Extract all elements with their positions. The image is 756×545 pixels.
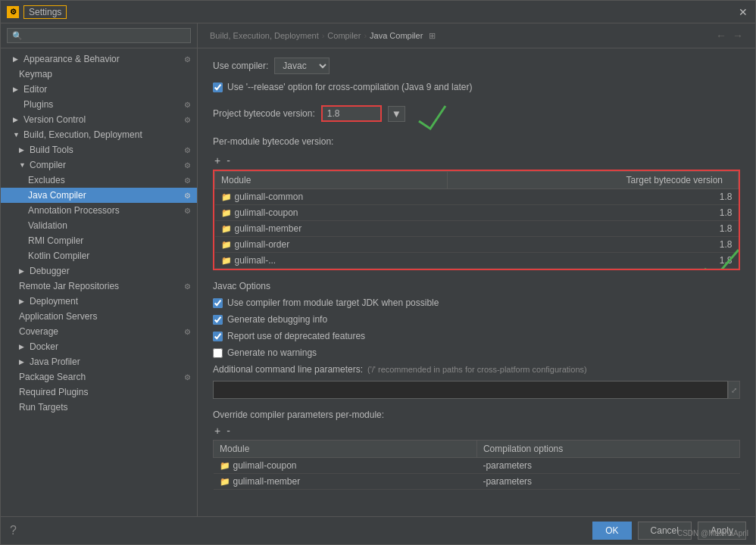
override-row: 📁gulimall-coupon -parameters: [214, 458, 740, 474]
sidebar-label: Kotlin Compiler: [28, 251, 89, 261]
config-icon: ⚙: [184, 55, 191, 64]
bytecode-version-dropdown[interactable]: ▼: [388, 106, 405, 122]
add-module-btn[interactable]: +: [213, 154, 222, 167]
sidebar-item-editor[interactable]: ▶ Editor: [1, 82, 197, 97]
sidebar-label: Java Profiler: [30, 357, 80, 367]
bottom-bar: ? OK Cancel Apply: [1, 516, 755, 544]
additional-params-label: Additional command line parameters:: [213, 364, 364, 375]
cross-compile-checkbox[interactable]: [213, 83, 223, 92]
remove-module-btn[interactable]: -: [225, 154, 232, 167]
nav-back[interactable]: ←: [716, 30, 726, 42]
sidebar-item-java-compiler[interactable]: Java Compiler ⚙: [1, 188, 197, 203]
close-button[interactable]: ✕: [737, 6, 749, 18]
nav-arrows: ← →: [716, 30, 743, 42]
config-icon: ⚙: [184, 176, 191, 185]
override-module-name: 📁gulimall-member: [214, 474, 477, 490]
arrow-icon: ▼: [19, 161, 27, 169]
arrow-icon: ▶: [19, 343, 27, 350]
arrow-icon: ▶: [13, 55, 20, 63]
params-expand-btn[interactable]: ⤢: [728, 381, 740, 399]
sidebar-label: Annotation Processors: [28, 205, 120, 216]
sidebar-label: Excludes: [28, 175, 65, 185]
sidebar-item-build-exec[interactable]: ▼ Build, Execution, Deployment: [1, 127, 197, 142]
javac-checkbox-3[interactable]: [213, 332, 223, 341]
override-module-name: 📁gulimall-coupon: [214, 458, 477, 474]
module-name: 📁gulimall-order: [215, 237, 448, 253]
sidebar-label: Package Search: [19, 372, 86, 382]
sidebar-item-package-search[interactable]: Package Search ⚙: [1, 369, 197, 385]
javac-checkbox-4[interactable]: [213, 348, 223, 358]
arrow-icon: ▶: [19, 297, 27, 305]
sidebar-item-java-profiler[interactable]: ▶ Java Profiler: [1, 354, 197, 369]
compiler-select[interactable]: Javac Eclipse Ajc: [274, 58, 330, 74]
additional-params-input[interactable]: [215, 383, 726, 397]
sidebar-item-keymap[interactable]: Keymap: [1, 67, 197, 82]
sidebar-item-plugins[interactable]: ▶ Plugins ⚙: [1, 97, 197, 112]
override-row: 📁gulimall-member -parameters: [214, 474, 740, 490]
sidebar-item-annotation[interactable]: Annotation Processors ⚙: [1, 203, 197, 218]
sidebar-label: Deployment: [30, 296, 78, 307]
ok-button[interactable]: OK: [592, 522, 631, 540]
module-icon: 📁: [221, 240, 232, 249]
sidebar-label: Appearance & Behavior: [23, 54, 120, 64]
arrow-icon: ▶: [19, 267, 27, 275]
sidebar-item-validation[interactable]: Validation: [1, 218, 197, 233]
search-input[interactable]: [7, 28, 191, 43]
sidebar-item-excludes[interactable]: Excludes ⚙: [1, 173, 197, 188]
override-table: Module Compilation options 📁gulimall-cou…: [213, 440, 740, 490]
sidebar-item-remote-jar[interactable]: Remote Jar Repositories ⚙: [1, 279, 197, 294]
javac-checkbox-1[interactable]: [213, 298, 223, 308]
table-row: 📁gulimall-member 1.8: [215, 221, 739, 237]
watermark: CSDN @MatchaApril: [677, 529, 748, 537]
module-icon: 📁: [220, 461, 230, 470]
javac-title: Javac Options: [213, 281, 740, 291]
settings-window: ⚙ Settings ✕ ▶ Appearance & Behavior ⚙ K…: [0, 0, 756, 545]
per-module-row: Per-module bytecode version:: [213, 136, 740, 147]
breadcrumb-build[interactable]: Build, Execution, Deployment: [210, 31, 319, 40]
sidebar-item-appearance[interactable]: ▶ Appearance & Behavior ⚙: [1, 51, 197, 67]
module-table-toolbar: + -: [213, 154, 740, 167]
sidebar-item-docker[interactable]: ▶ Docker: [1, 339, 197, 354]
sidebar-item-compiler[interactable]: ▼ Compiler ⚙: [1, 157, 197, 173]
sidebar-item-kotlin[interactable]: Kotlin Compiler: [1, 248, 197, 263]
sidebar-item-version-control[interactable]: ▶ Version Control ⚙: [1, 112, 197, 127]
override-title: Override compiler parameters per-module:: [213, 410, 740, 420]
sidebar-item-run-targets[interactable]: Run Targets: [1, 400, 197, 415]
table-row: 📁gulimall-... 1.8: [215, 253, 739, 269]
checkmark-annotation: [411, 98, 449, 129]
config-icon: ⚙: [184, 328, 191, 336]
module-icon: 📁: [221, 192, 232, 201]
sidebar-item-build-tools[interactable]: ▶ Build Tools ⚙: [1, 142, 197, 157]
javac-option-label-2: Generate debugging info: [227, 314, 327, 325]
arrow-icon: ▶: [13, 86, 20, 93]
module-icon: 📁: [221, 224, 232, 233]
sidebar-item-deployment[interactable]: ▶ Deployment: [1, 294, 197, 309]
module-version: 1.8: [447, 205, 738, 221]
params-input-wrapper: [213, 381, 728, 399]
sidebar-item-rmi[interactable]: RMI Compiler: [1, 233, 197, 248]
sidebar-item-debugger[interactable]: ▶ Debugger: [1, 263, 197, 279]
additional-params-note: ('/' recommended in paths for cross-plat…: [367, 365, 587, 374]
config-icon: ⚙: [184, 192, 191, 200]
javac-option-4: Generate no warnings: [213, 347, 740, 358]
module-name: 📁gulimall-member: [215, 221, 448, 237]
javac-option-1: Use compiler from module target JDK when…: [213, 297, 740, 308]
help-button[interactable]: ?: [10, 524, 17, 537]
arrow-icon: ▶: [13, 116, 20, 123]
breadcrumb-compiler[interactable]: Compiler: [327, 31, 361, 40]
javac-checkbox-2[interactable]: [213, 315, 223, 325]
version-col-header: Target bytecode version: [447, 172, 738, 189]
sidebar-label: Java Compiler: [28, 190, 86, 201]
sidebar-item-coverage[interactable]: Coverage ⚙: [1, 324, 197, 339]
sidebar-item-required-plugins[interactable]: Required Plugins: [1, 385, 197, 400]
main-panel: Build, Execution, Deployment › Compiler …: [198, 23, 755, 516]
sidebar-item-app-servers[interactable]: Application Servers: [1, 309, 197, 324]
javac-option-2: Generate debugging info: [213, 314, 740, 325]
config-icon: ⚙: [184, 101, 191, 109]
arrow-icon: ▶: [19, 146, 27, 154]
add-override-btn[interactable]: +: [213, 425, 222, 437]
bytecode-version-input[interactable]: [321, 105, 382, 122]
config-icon: ⚙: [184, 282, 191, 291]
nav-forward[interactable]: →: [733, 30, 743, 42]
remove-override-btn[interactable]: -: [225, 425, 232, 437]
